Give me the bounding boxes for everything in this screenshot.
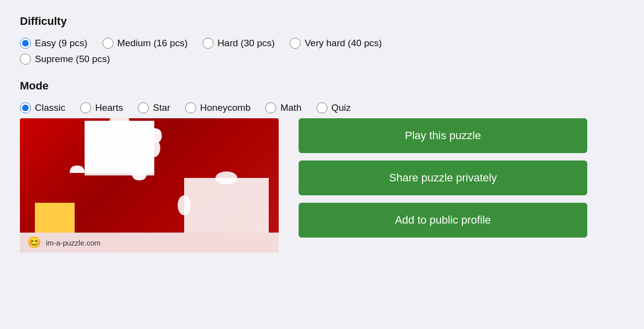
difficulty-hard-label: Hard (30 pcs) (217, 38, 275, 49)
difficulty-very-hard[interactable]: Very hard (40 pcs) (290, 38, 382, 49)
difficulty-options: Easy (9 pcs) Medium (16 pcs) Hard (30 pc… (20, 38, 624, 49)
difficulty-easy[interactable]: Easy (9 pcs) (20, 38, 88, 49)
mode-honeycomb-label: Honeycomb (200, 102, 250, 113)
mode-quiz[interactable]: Quiz (317, 102, 351, 113)
mode-section: Mode Classic Hearts Star Honeycomb Math (20, 80, 624, 113)
svg-point-1 (148, 139, 160, 157)
difficulty-easy-label: Easy (9 pcs) (35, 38, 88, 49)
add-profile-button[interactable]: Add to public profile (299, 203, 587, 238)
mode-star[interactable]: Star (138, 102, 170, 113)
puzzle-preview: 😊 im-a-puzzle.com (20, 118, 279, 252)
mode-math-label: Math (280, 102, 301, 113)
mode-classic[interactable]: Classic (20, 102, 65, 113)
mode-honeycomb[interactable]: Honeycomb (185, 102, 250, 113)
difficulty-title: Difficulty (20, 15, 624, 28)
difficulty-options-row2: Supreme (50 pcs) (20, 54, 624, 65)
mode-classic-label: Classic (35, 102, 65, 113)
svg-point-2 (215, 171, 237, 184)
mode-star-label: Star (153, 102, 170, 113)
main-container: Difficulty Easy (9 pcs) Medium (16 pcs) … (0, 0, 644, 329)
difficulty-medium-label: Medium (16 pcs) (117, 38, 188, 49)
mode-math[interactable]: Math (265, 102, 301, 113)
watermark-text: im-a-puzzle.com (46, 239, 101, 247)
difficulty-supreme[interactable]: Supreme (50 pcs) (20, 54, 110, 65)
difficulty-supreme-label: Supreme (50 pcs) (35, 54, 110, 65)
smiley-icon: 😊 (27, 236, 41, 249)
watermark: 😊 im-a-puzzle.com (20, 233, 279, 252)
difficulty-medium[interactable]: Medium (16 pcs) (103, 38, 188, 49)
content-area: 😊 im-a-puzzle.com Play this puzzle Share… (20, 118, 624, 252)
mode-hearts-label: Hearts (95, 102, 123, 113)
difficulty-hard[interactable]: Hard (30 pcs) (203, 38, 275, 49)
difficulty-very-hard-label: Very hard (40 pcs) (305, 38, 382, 49)
buttons-area: Play this puzzle Share puzzle privately … (299, 118, 624, 252)
puzzle-pieces-svg (20, 118, 279, 233)
share-puzzle-button[interactable]: Share puzzle privately (299, 161, 587, 195)
mode-options: Classic Hearts Star Honeycomb Math Quiz (20, 102, 624, 113)
mode-quiz-label: Quiz (331, 102, 351, 113)
mode-title: Mode (20, 80, 624, 92)
mode-hearts[interactable]: Hearts (80, 102, 123, 113)
play-puzzle-button[interactable]: Play this puzzle (299, 118, 587, 153)
svg-point-3 (178, 195, 191, 215)
